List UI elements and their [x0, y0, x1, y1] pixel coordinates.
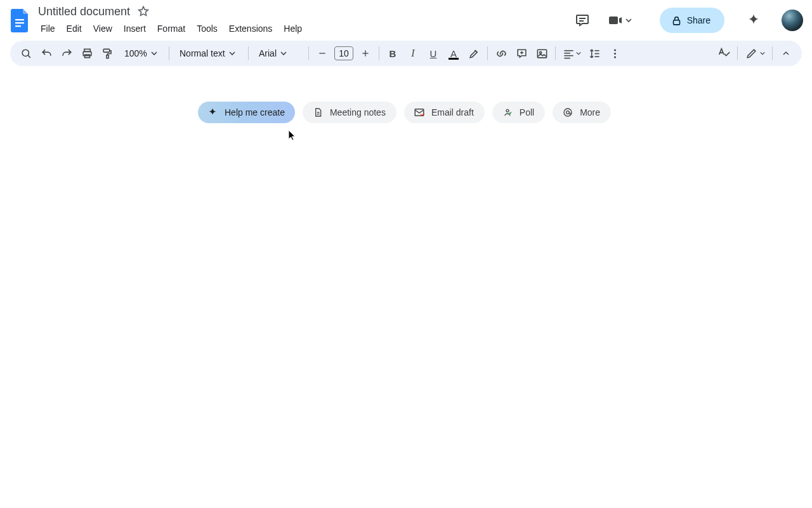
- account-avatar[interactable]: [782, 10, 803, 31]
- paint-format-button[interactable]: [98, 44, 117, 63]
- share-button[interactable]: Share: [660, 8, 724, 33]
- spellcheck-icon: [717, 46, 731, 60]
- title-column: Untitled document File Edit View Insert …: [38, 3, 307, 37]
- poll-icon: [502, 107, 513, 118]
- star-button[interactable]: [136, 4, 150, 18]
- redo-icon: [61, 48, 73, 60]
- chip-meeting-notes[interactable]: Meeting notes: [303, 102, 396, 123]
- decrease-font-size-button[interactable]: [313, 44, 332, 63]
- link-icon: [495, 48, 508, 60]
- svg-point-6: [22, 50, 29, 56]
- svg-rect-2: [15, 25, 21, 27]
- spellcheck-button[interactable]: [714, 44, 733, 63]
- chip-email-draft[interactable]: Email draft: [404, 102, 485, 123]
- collapse-toolbar-button[interactable]: [776, 44, 796, 63]
- svg-point-29: [613, 56, 615, 58]
- menu-format[interactable]: Format: [152, 20, 190, 37]
- image-icon: [536, 48, 548, 60]
- svg-rect-1: [15, 22, 24, 23]
- line-spacing-icon: [589, 48, 601, 60]
- menu-insert[interactable]: Insert: [119, 20, 151, 37]
- comments-button[interactable]: [570, 8, 595, 33]
- sparkle-icon: [746, 13, 761, 28]
- paint-roller-icon: [102, 48, 114, 60]
- font-family-select[interactable]: Arial: [252, 44, 304, 62]
- underline-icon: U: [430, 48, 437, 59]
- editing-mode-button[interactable]: [742, 44, 768, 63]
- menu-help[interactable]: Help: [278, 20, 307, 37]
- bold-button[interactable]: B: [383, 44, 402, 63]
- insert-image-button[interactable]: [532, 44, 551, 63]
- svg-rect-5: [673, 20, 679, 24]
- more-toolbar-button[interactable]: [605, 44, 624, 63]
- chip-poll[interactable]: Poll: [492, 102, 545, 123]
- document-title[interactable]: Untitled document: [38, 5, 130, 18]
- zoom-select[interactable]: 100%: [118, 44, 165, 62]
- svg-rect-12: [106, 55, 108, 58]
- underline-button[interactable]: U: [424, 44, 443, 63]
- italic-icon: I: [411, 48, 414, 59]
- at-icon: [562, 107, 573, 118]
- font-size-input[interactable]: 10: [334, 46, 353, 60]
- chip-label: Help me create: [225, 107, 285, 117]
- caret-down-icon: [280, 50, 287, 57]
- print-button[interactable]: [77, 44, 96, 63]
- svg-rect-11: [103, 49, 110, 52]
- print-icon: [81, 48, 93, 60]
- menu-extensions[interactable]: Extensions: [224, 20, 277, 37]
- text-color-button[interactable]: A: [444, 44, 463, 63]
- search-icon: [20, 48, 32, 60]
- docs-logo[interactable]: [8, 8, 33, 33]
- undo-button[interactable]: [37, 44, 56, 63]
- chip-help-me-create[interactable]: Help me create: [198, 102, 295, 123]
- zoom-value: 100%: [124, 48, 147, 58]
- add-comment-button[interactable]: [512, 44, 531, 63]
- plus-icon: [360, 48, 370, 58]
- search-menus-button[interactable]: [16, 44, 36, 63]
- menu-file[interactable]: File: [36, 20, 60, 37]
- caret-down-icon: [229, 50, 235, 57]
- color-swatch: [449, 58, 459, 60]
- svg-point-35: [566, 111, 570, 114]
- svg-rect-0: [15, 19, 24, 20]
- font-value: Arial: [259, 48, 277, 58]
- italic-button[interactable]: I: [403, 44, 422, 63]
- caret-down-icon: [151, 50, 157, 57]
- redo-button[interactable]: [57, 44, 76, 63]
- svg-line-7: [28, 55, 30, 58]
- bold-icon: B: [390, 48, 396, 59]
- header: Untitled document File Edit View Insert …: [0, 0, 812, 41]
- mail-icon: [414, 107, 425, 118]
- insert-link-button[interactable]: [492, 44, 511, 63]
- doc-icon: [312, 107, 324, 118]
- increase-font-size-button[interactable]: [356, 44, 375, 63]
- caret-down-icon: [576, 51, 581, 56]
- menu-view[interactable]: View: [88, 20, 117, 37]
- align-button[interactable]: [560, 44, 584, 63]
- menu-tools[interactable]: Tools: [192, 20, 223, 37]
- add-comment-icon: [516, 48, 528, 60]
- svg-rect-18: [537, 50, 546, 58]
- chip-label: Poll: [520, 107, 534, 117]
- mouse-cursor-icon: [288, 130, 297, 141]
- lock-icon: [671, 15, 682, 26]
- gemini-button[interactable]: [741, 8, 766, 33]
- svg-point-27: [613, 49, 615, 51]
- separator: [308, 46, 309, 60]
- caret-down-icon: [625, 17, 632, 23]
- document-canvas[interactable]: Help me create Meeting notes Email draft…: [0, 66, 812, 508]
- highlighter-icon: [468, 48, 480, 60]
- separator: [737, 46, 738, 60]
- highlight-color-button[interactable]: [464, 44, 483, 63]
- chip-label: More: [580, 107, 600, 117]
- line-spacing-button[interactable]: [585, 44, 604, 63]
- meet-button[interactable]: [603, 8, 634, 33]
- chip-label: Meeting notes: [330, 107, 386, 117]
- separator: [555, 46, 556, 60]
- paragraph-style-select[interactable]: Normal text: [173, 44, 244, 62]
- svg-point-33: [506, 109, 509, 112]
- caret-down-icon: [760, 51, 765, 56]
- menu-edit[interactable]: Edit: [62, 20, 87, 37]
- separator: [248, 46, 249, 60]
- chip-more[interactable]: More: [553, 102, 611, 123]
